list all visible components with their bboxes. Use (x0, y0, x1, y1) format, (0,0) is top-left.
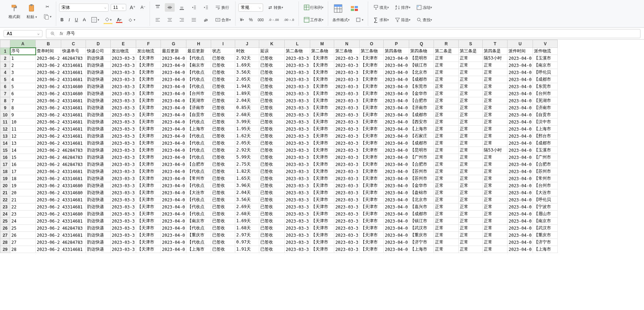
cell[interactable]: 【代收点 (186, 196, 211, 203)
cell[interactable]: 【合肥市 (409, 161, 434, 168)
cell[interactable]: 2023-03-3 (285, 126, 310, 133)
cell[interactable]: 43314681 (61, 76, 86, 83)
cell[interactable]: 2 (10, 62, 36, 69)
cell[interactable]: 2.92天 (235, 55, 259, 62)
cell[interactable]: 【南京市 (186, 218, 211, 225)
cell[interactable]: 【代收点 (186, 55, 211, 62)
cell[interactable]: 2023-03-3 (334, 225, 360, 232)
cell[interactable]: 正常 (483, 182, 507, 189)
cell[interactable]: 正常 (459, 211, 483, 218)
cell[interactable]: 序号 (10, 48, 36, 55)
cell[interactable]: 【代收点 (186, 203, 211, 211)
cell[interactable]: 2023-04-0 (161, 182, 186, 189)
cell[interactable]: 【天津市 (310, 76, 334, 83)
cell[interactable]: 21 (10, 196, 36, 203)
cell[interactable]: 2023-04-0 (161, 69, 186, 76)
cell[interactable]: 【济南市 (533, 104, 558, 111)
align-left-button[interactable] (153, 16, 163, 24)
cell[interactable]: 2023-04-0 (384, 211, 409, 218)
cell[interactable]: 2023-03-3 (334, 182, 360, 189)
cell[interactable]: 第四条是 (483, 48, 507, 55)
cell[interactable]: 46284783 (61, 147, 86, 154)
cell[interactable]: 【大连市 (186, 189, 211, 196)
cell[interactable]: 5.99天 (235, 154, 259, 161)
cell[interactable]: 2023-03-3 (285, 119, 310, 126)
cell[interactable]: 已签收 (259, 83, 285, 90)
cell[interactable]: 第二条是 (434, 48, 459, 55)
comma-button[interactable]: 000 (256, 17, 265, 23)
cell[interactable]: 【天津市 (310, 168, 334, 175)
cell[interactable]: 2023-04-0 (384, 104, 409, 111)
cell[interactable]: 【东莞市 (409, 83, 434, 90)
cell[interactable]: 已签收 (211, 154, 235, 161)
cell[interactable]: 2023-06-2 (36, 111, 61, 119)
cell[interactable]: 【天津市 (310, 218, 334, 225)
cell[interactable]: 第二条物 (310, 48, 334, 55)
cell[interactable]: 【天津市 (310, 211, 334, 218)
cell[interactable]: 2023-04-0 (507, 225, 533, 232)
cell[interactable]: 2023-04-0 (161, 168, 186, 175)
cell[interactable]: 已签收 (259, 69, 285, 76)
row-header[interactable]: 19 (0, 175, 10, 182)
column-header[interactable]: D (86, 40, 111, 48)
cell[interactable]: 10 (10, 119, 36, 126)
cell[interactable]: 2023-04-0 (507, 76, 533, 83)
cell[interactable]: 2023-04-0 (384, 161, 409, 168)
cell[interactable]: 2023-04-0 (161, 175, 186, 182)
cell[interactable]: 韵达快递 (86, 175, 111, 182)
cell[interactable]: 43314680 (61, 189, 86, 196)
cell[interactable]: 2023-04-0 (507, 189, 533, 196)
cell[interactable]: 【天津市 (360, 140, 384, 147)
cell[interactable]: 1.68天 (235, 225, 259, 232)
cell[interactable]: 2023-04-0 (384, 196, 409, 203)
cell[interactable]: 2023-04-0 (507, 168, 533, 175)
cell[interactable]: 2023-03-3 (285, 196, 310, 203)
cell[interactable]: 2023-03-3 (334, 97, 360, 104)
cell[interactable]: 【天津市 (360, 232, 384, 239)
cell[interactable]: 已签收 (259, 168, 285, 175)
cell[interactable]: 【汉中市 (533, 119, 558, 126)
cell[interactable]: 【眉山市 (533, 211, 558, 218)
cell[interactable]: 【天津市 (310, 104, 334, 111)
cell[interactable]: 已签收 (259, 147, 285, 154)
cell[interactable]: 正常 (434, 196, 459, 203)
cell[interactable]: 【天津市 (310, 154, 334, 161)
cell[interactable]: 【天津市 (136, 140, 161, 147)
column-header[interactable]: Q (409, 40, 434, 48)
cell[interactable]: 15 (10, 154, 36, 161)
cell[interactable]: 正常 (459, 69, 483, 76)
column-header[interactable]: O (360, 40, 384, 48)
cell[interactable]: 正常 (434, 182, 459, 189)
cell[interactable]: 正常 (434, 218, 459, 225)
cell[interactable]: 2023-04-0 (161, 246, 186, 253)
cell[interactable]: 2023-03-3 (334, 189, 360, 196)
cell[interactable]: 12 (10, 133, 36, 140)
cell[interactable]: 【天津市 (360, 168, 384, 175)
cell[interactable]: 2023-04-0 (507, 140, 533, 147)
highlight-button[interactable]: ◇▾ (125, 16, 137, 24)
cell[interactable]: 【武汉市 (533, 225, 558, 232)
cell[interactable]: 【天津市 (360, 239, 384, 246)
font-size-select[interactable]: 11⌵ (111, 4, 126, 11)
cut-button[interactable]: ✂ (41, 2, 53, 11)
cell[interactable]: 正常 (483, 140, 507, 147)
cell[interactable]: 43314680 (61, 90, 86, 97)
row-header[interactable]: 25 (0, 218, 10, 225)
cell[interactable]: 【天津市 (136, 161, 161, 168)
cell[interactable]: 2023-03-3 (111, 161, 136, 168)
cell[interactable]: 正常 (483, 168, 507, 175)
cell[interactable]: 状态 (211, 48, 235, 55)
column-header[interactable]: M (310, 40, 334, 48)
cell[interactable]: 【西安市 (409, 119, 434, 126)
cell[interactable]: 【重庆市 (409, 232, 434, 239)
cell[interactable]: 2023-03-3 (285, 147, 310, 154)
cell[interactable]: 【宁波市 (533, 203, 558, 211)
cell[interactable]: 2023-04-0 (384, 225, 409, 232)
row-header[interactable]: 16 (0, 154, 10, 161)
cell[interactable]: 【苏州市 (409, 168, 434, 175)
cell[interactable]: 正常 (434, 126, 459, 133)
cell[interactable]: 正常 (459, 161, 483, 168)
cell[interactable]: 2023-03-3 (334, 111, 360, 119)
increase-font-button[interactable]: A⁺ (128, 4, 137, 11)
cell[interactable]: 快递单号 (61, 48, 86, 55)
